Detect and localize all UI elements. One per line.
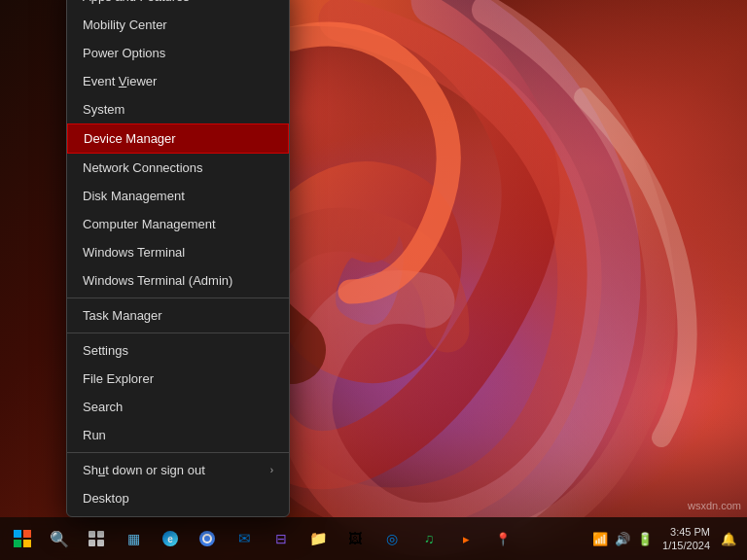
menu-item-event-viewer[interactable]: Event Viewer <box>67 67 289 95</box>
taskbar-explorer-icon[interactable]: 📁 <box>302 522 335 555</box>
context-menu: Apps and Features Mobility Center Power … <box>66 0 290 517</box>
taskbar-datetime[interactable]: 3:45 PM 1/15/2024 <box>657 525 716 553</box>
svg-rect-5 <box>97 531 104 538</box>
menu-item-desktop[interactable]: Desktop <box>67 484 289 512</box>
taskbar-right: 📶 🔊 🔋 3:45 PM 1/15/2024 🔔 <box>590 525 747 553</box>
taskbar-system-icons: 📶 🔊 🔋 <box>590 532 655 546</box>
taskbar-edge2-icon[interactable]: ◎ <box>375 522 409 555</box>
notification-icon[interactable]: 🔔 <box>718 532 739 546</box>
taskbar-mail-icon[interactable]: ✉ <box>228 522 261 555</box>
menu-item-network-connections[interactable]: Network Connections <box>67 154 289 182</box>
volume-icon[interactable]: 🔊 <box>613 532 632 546</box>
taskbar-search-button[interactable]: 🔍 <box>43 522 76 555</box>
menu-item-system[interactable]: System <box>67 95 289 123</box>
divider-1 <box>67 298 289 298</box>
menu-item-power-options[interactable]: Power Options <box>67 39 289 67</box>
taskbar: 🔍 ▦ e <box>0 517 747 560</box>
menu-item-shut-down[interactable]: Shut down or sign out › <box>67 456 289 484</box>
taskbar-maps-icon[interactable]: 📍 <box>486 522 519 555</box>
svg-rect-2 <box>14 540 21 547</box>
watermark: wsxdn.com <box>688 500 741 511</box>
svg-rect-4 <box>89 531 95 538</box>
submenu-arrow-icon: › <box>270 465 273 475</box>
taskbar-photos-icon[interactable]: 🖼 <box>338 522 372 555</box>
taskbar-taskview-button[interactable] <box>80 522 113 555</box>
menu-item-search[interactable]: Search <box>67 393 289 421</box>
menu-item-disk-management[interactable]: Disk Management <box>67 182 289 210</box>
svg-rect-3 <box>23 540 31 547</box>
taskbar-store-icon[interactable]: ⊟ <box>265 522 298 555</box>
menu-item-computer-management[interactable]: Computer Management <box>67 210 289 238</box>
taskbar-time-display: 3:45 PM <box>662 525 710 539</box>
taskbar-spotify-icon[interactable]: ♫ <box>412 522 445 555</box>
taskbar-chrome-icon[interactable] <box>191 522 224 555</box>
taskbar-left: 🔍 ▦ e <box>0 522 519 555</box>
svg-rect-1 <box>23 530 31 538</box>
menu-item-device-manager[interactable]: Device Manager <box>67 123 289 154</box>
battery-icon[interactable]: 🔋 <box>635 532 655 546</box>
taskbar-date-display: 1/15/2024 <box>662 539 710 552</box>
start-button[interactable] <box>6 522 39 555</box>
svg-point-12 <box>204 536 210 542</box>
divider-2 <box>67 332 289 333</box>
menu-item-windows-terminal-admin[interactable]: Windows Terminal (Admin) <box>67 266 289 295</box>
taskbar-tray-icon[interactable]: ▸ <box>449 522 482 555</box>
svg-text:e: e <box>167 534 173 544</box>
svg-rect-7 <box>97 540 104 546</box>
menu-item-task-manager[interactable]: Task Manager <box>67 301 289 330</box>
menu-item-run[interactable]: Run <box>67 421 289 449</box>
taskbar-widgets-button[interactable]: ▦ <box>117 522 150 555</box>
network-icon[interactable]: 📶 <box>590 532 610 546</box>
menu-item-apps-features[interactable]: Apps and Features <box>67 0 289 11</box>
menu-item-file-explorer[interactable]: File Explorer <box>67 365 289 393</box>
menu-item-windows-terminal[interactable]: Windows Terminal <box>67 238 289 266</box>
taskbar-edge-icon[interactable]: e <box>154 522 187 555</box>
menu-item-settings[interactable]: Settings <box>67 336 289 365</box>
divider-3 <box>67 452 289 453</box>
menu-item-mobility-center[interactable]: Mobility Center <box>67 11 289 39</box>
svg-rect-0 <box>14 530 21 538</box>
svg-rect-6 <box>89 540 95 546</box>
